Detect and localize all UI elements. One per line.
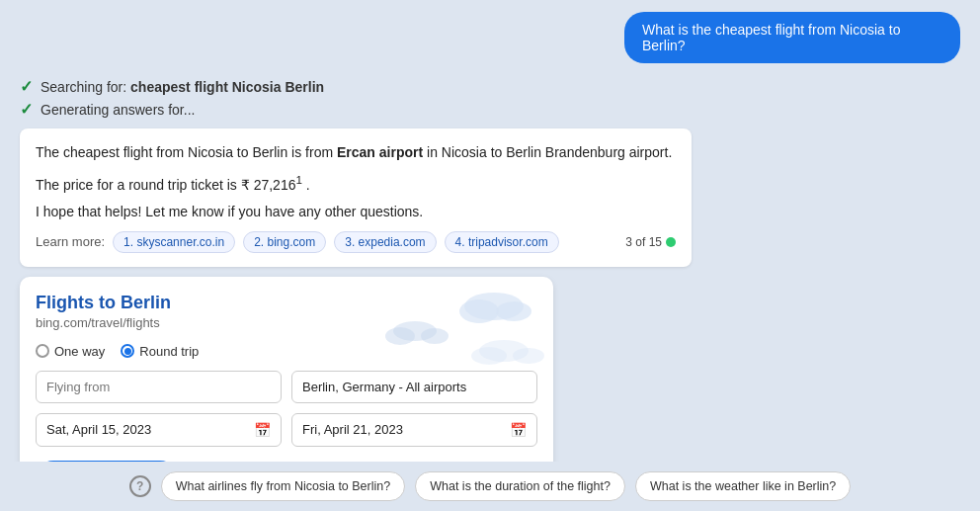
radio-inner-dot [124,348,131,355]
source-link-2[interactable]: 2. bing.com [243,231,326,253]
return-calendar-icon: 📅 [510,422,527,438]
answer-text-line2: The price for a round trip ticket is ₹ 2… [36,171,676,196]
green-dot-icon [666,237,676,247]
page-count-text: 3 of 15 [625,235,662,249]
user-message-bubble: What is the cheapest flight from Nicosia… [624,12,960,63]
info-icon[interactable]: ? [129,475,151,497]
cloud-decoration [336,277,553,395]
suggestion-btn-3[interactable]: What is the weather like in Berlin? [635,471,851,501]
svg-point-1 [459,299,499,323]
depart-date-wrap[interactable]: Sat, April 15, 2023 📅 [36,413,282,447]
learn-more-label: Learn more: [36,234,105,249]
airport-name: Ercan airport [337,144,423,160]
generating-status-row: ✓ Generating answers for... [20,100,960,119]
searching-text: Searching for: cheapest flight Nicosia B… [41,79,324,95]
learn-more-row: Learn more: 1. skyscanner.co.in 2. bing.… [36,231,676,253]
main-container: What is the cheapest flight from Nicosia… [0,0,980,511]
one-way-radio[interactable] [36,344,49,358]
page-count: 3 of 15 [625,235,676,249]
answer-card: The cheapest flight from Nicosia to Berl… [20,128,692,267]
answer-text-line1: The cheapest flight from Nicosia to Berl… [36,142,676,163]
date-row: Sat, April 15, 2023 📅 Fri, April 21, 202… [36,413,537,447]
svg-point-7 [471,347,507,365]
depart-date-text: Sat, April 15, 2023 [46,422,151,437]
svg-point-8 [513,348,544,364]
suggestion-btn-2[interactable]: What is the duration of the flight? [415,471,625,501]
round-trip-option[interactable]: Round trip [121,344,199,359]
round-trip-label: Round trip [139,344,199,359]
svg-point-4 [385,327,415,345]
return-date-text: Fri, April 21, 2023 [302,422,403,437]
source-link-1[interactable]: 1. skyscanner.co.in [113,231,235,253]
user-message-text: What is the cheapest flight from Nicosia… [642,22,900,53]
generating-text: Generating answers for... [41,102,195,118]
svg-point-5 [421,328,449,344]
searching-status-row: ✓ Searching for: cheapest flight Nicosia… [20,77,960,96]
source-link-3[interactable]: 3. expedia.com [334,231,436,253]
source-link-4[interactable]: 4. tripadvisor.com [445,231,559,253]
line2-end: . [302,177,310,193]
round-trip-radio[interactable] [121,344,134,358]
suggestion-btn-1[interactable]: What airlines fly from Nicosia to Berlin… [161,471,405,501]
hope-text: I hope that helps! Let me know if you ha… [36,204,676,219]
checkmark-icon-1: ✓ [20,77,33,96]
one-way-label: One way [54,344,105,359]
price-text: The price for a round trip ticket is ₹ 2… [36,177,295,193]
checkmark-icon-2: ✓ [20,100,33,119]
answer-pre: The cheapest flight from Nicosia to Berl… [36,144,337,160]
user-message-row: What is the cheapest flight from Nicosia… [20,12,960,63]
svg-point-2 [496,301,531,321]
answer-post: in Nicosia to Berlin Brandenburg airport… [423,144,672,160]
search-query: cheapest flight Nicosia Berlin [130,79,324,95]
bottom-bar: ? What airlines fly from Nicosia to Berl… [0,462,980,511]
return-date-wrap[interactable]: Fri, April 21, 2023 📅 [291,413,537,447]
one-way-option[interactable]: One way [36,344,105,359]
depart-calendar-icon: 📅 [254,422,271,438]
flying-from-input[interactable] [36,371,282,403]
